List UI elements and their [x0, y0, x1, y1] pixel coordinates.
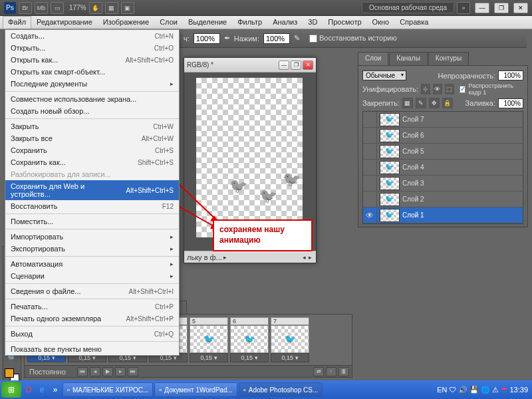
- loop-select[interactable]: Постоянно: [27, 368, 75, 376]
- menu-редактирование[interactable]: Редактирование: [31, 16, 98, 29]
- canvas[interactable]: 🐦 🐦 🐦: [196, 78, 303, 237]
- delete-frame-icon[interactable]: 🗑: [338, 367, 349, 376]
- flow-field[interactable]: 100%: [194, 33, 220, 44]
- panel-tab[interactable]: Каналы: [389, 52, 428, 65]
- ql-divider-icon[interactable]: »: [49, 384, 61, 396]
- tray-icon[interactable]: 🛡: [449, 386, 456, 394]
- first-frame-icon[interactable]: ⏮: [77, 367, 88, 376]
- layer-thumbnail[interactable]: 🐦: [380, 161, 400, 174]
- tablet-icon[interactable]: ✎: [294, 34, 300, 43]
- taskbar-task[interactable]: ▫Adobe Photoshop CS...: [239, 382, 323, 397]
- start-button[interactable]: ⊞: [1, 382, 21, 398]
- document-titlebar[interactable]: RGB/8) * — ❐ ✕: [184, 58, 316, 72]
- tray-icon[interactable]: 💾: [469, 386, 479, 394]
- airbrush-icon[interactable]: ✒: [224, 34, 230, 43]
- menu-item[interactable]: Сохранить для Web и устройств...Alt+Shif…: [5, 180, 179, 200]
- fill-field[interactable]: 100%: [498, 98, 523, 108]
- menu-item[interactable]: Открыть...Ctrl+O: [5, 42, 179, 54]
- layer-name[interactable]: Слой 3: [402, 180, 424, 187]
- layer-row[interactable]: 🐦Слой 3: [363, 176, 523, 192]
- menu-item[interactable]: Создать новый обзор...: [5, 105, 179, 117]
- menu-item[interactable]: Автоматизация▸: [5, 258, 179, 270]
- menu-изображение[interactable]: Изображение: [98, 16, 154, 29]
- animation-frame[interactable]: 7🐦0,15 ▾: [271, 317, 309, 362]
- menu-item[interactable]: Последние документы▸: [5, 78, 179, 90]
- layer-thumbnail[interactable]: 🐦: [380, 113, 400, 126]
- lock-paint-icon[interactable]: ✎: [416, 98, 426, 108]
- animation-frame[interactable]: 6🐦0,15 ▾: [230, 317, 269, 362]
- layer-row[interactable]: 🐦Слой 2: [363, 192, 523, 207]
- play-icon[interactable]: ▶: [102, 367, 113, 376]
- menu-item[interactable]: Импортировать▸: [5, 231, 179, 243]
- menu-item[interactable]: ВосстановитьF12: [5, 200, 179, 212]
- layer-thumbnail[interactable]: 🐦: [380, 129, 400, 142]
- taskbar-task[interactable]: ▫Документ 1WordPad...: [154, 382, 237, 397]
- menu-item[interactable]: Печатать...Ctrl+P: [5, 301, 179, 313]
- screen-mode-icon[interactable]: ▣: [121, 2, 134, 14]
- pressure-field[interactable]: 100%: [263, 33, 290, 44]
- new-frame-icon[interactable]: ▫: [326, 367, 336, 376]
- menu-item[interactable]: Поместить...: [5, 215, 179, 227]
- menu-фильтр[interactable]: Фильтр: [232, 16, 267, 29]
- close-button[interactable]: ✕: [513, 3, 528, 13]
- restore-checkbox[interactable]: [309, 35, 317, 43]
- menu-item[interactable]: Совместное использование экрана...: [5, 93, 179, 105]
- unify-pos-icon[interactable]: ⊹: [421, 84, 430, 94]
- menu-item[interactable]: Открыть как...Alt+Shift+Ctrl+O: [5, 54, 179, 66]
- blend-mode-select[interactable]: Обычные: [362, 70, 406, 80]
- scroll-right-icon[interactable]: ▸: [309, 254, 312, 261]
- panel-tab[interactable]: Слои: [358, 52, 388, 65]
- doc-maximize-icon[interactable]: ❐: [291, 61, 301, 70]
- menu-item[interactable]: СохранитьCtrl+S: [5, 144, 179, 156]
- propagate-checkbox[interactable]: [460, 86, 466, 93]
- layer-thumbnail[interactable]: 🐦: [380, 209, 400, 222]
- menu-item[interactable]: Сохранить как...Shift+Ctrl+S: [5, 156, 179, 168]
- hand-icon[interactable]: ✋: [89, 2, 102, 14]
- layer-name[interactable]: Слой 2: [402, 196, 424, 203]
- menu-item[interactable]: ЗакрытьCtrl+W: [5, 120, 179, 132]
- layer-name[interactable]: Слой 1: [402, 211, 424, 219]
- workspace-switcher[interactable]: Основная рабочая среда: [362, 2, 454, 13]
- mb-icon[interactable]: Mb: [35, 2, 48, 14]
- maximize-button[interactable]: ❐: [494, 3, 509, 13]
- tween-icon[interactable]: ⇄: [313, 367, 324, 376]
- ql-ie-icon[interactable]: e: [36, 384, 48, 396]
- lock-move-icon[interactable]: ✥: [429, 98, 440, 108]
- menu-справка[interactable]: Справка: [394, 16, 434, 29]
- lock-transparent-icon[interactable]: ▦: [402, 98, 413, 108]
- menu-item[interactable]: Открыть как смарт-объект...: [5, 66, 179, 78]
- layer-row[interactable]: 🐦Слой 7: [363, 112, 523, 128]
- layer-thumbnail[interactable]: 🐦: [380, 177, 400, 190]
- menu-item[interactable]: Печать одного экземпляраAlt+Shift+Ctrl+P: [5, 313, 179, 325]
- layer-thumbnail[interactable]: 🐦: [380, 145, 400, 158]
- menu-item[interactable]: Показать все пункты меню: [5, 343, 179, 355]
- menu-слои[interactable]: Слои: [154, 16, 183, 29]
- last-frame-icon[interactable]: ⏭: [128, 367, 138, 376]
- minimize-button[interactable]: —: [475, 3, 489, 13]
- layer-thumbnail[interactable]: 🐦: [380, 193, 400, 206]
- menu-item[interactable]: Сценарии▸: [5, 270, 179, 282]
- layer-name[interactable]: Слой 5: [402, 148, 424, 155]
- next-frame-icon[interactable]: ▸: [115, 367, 126, 376]
- menu-item[interactable]: Создать...Ctrl+N: [5, 30, 179, 42]
- layer-row[interactable]: 👁🐦Слой 1: [363, 207, 523, 223]
- screen-layout-icon[interactable]: ▭: [51, 2, 64, 14]
- tray-icon[interactable]: 🌐: [481, 386, 490, 394]
- menu-item[interactable]: Закрыть всеAlt+Ctrl+W: [5, 132, 179, 144]
- menu-окно[interactable]: Окно: [367, 16, 395, 29]
- tray-icon[interactable]: ☂: [501, 386, 507, 394]
- taskbar-task[interactable]: ▫МАЛЕНЬКИЕ ХИТРОС...: [63, 382, 153, 397]
- system-tray[interactable]: EN 🛡 🔊 💾 🌐 ⚠ ☂ 13:39: [434, 386, 531, 394]
- lock-all-icon[interactable]: 🔒: [442, 98, 453, 108]
- scroll-left-icon[interactable]: ◂: [303, 254, 306, 261]
- doc-close-icon[interactable]: ✕: [303, 61, 313, 70]
- menu-просмотр[interactable]: Просмотр: [323, 16, 366, 29]
- menu-item[interactable]: Экспортировать▸: [5, 243, 179, 255]
- arrange-icon[interactable]: ▦: [105, 2, 118, 14]
- menu-выделение[interactable]: Выделение: [183, 16, 232, 29]
- tray-icon[interactable]: 🔊: [458, 386, 467, 394]
- visibility-icon[interactable]: 👁: [363, 211, 376, 220]
- prev-frame-icon[interactable]: ◂: [90, 367, 100, 376]
- panel-tab[interactable]: Контуры: [428, 52, 469, 65]
- layer-name[interactable]: Слой 4: [402, 164, 424, 171]
